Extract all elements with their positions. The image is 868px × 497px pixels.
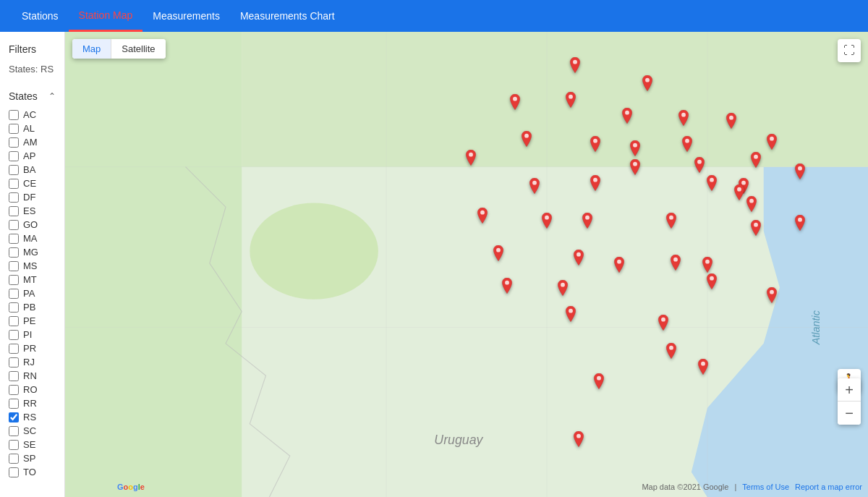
state-checkbox-ap[interactable] bbox=[9, 151, 19, 161]
state-checkbox-se[interactable] bbox=[9, 440, 19, 450]
state-checkbox-pa[interactable] bbox=[9, 289, 19, 299]
state-checkbox-ac[interactable] bbox=[9, 110, 19, 120]
zoom-in-button[interactable]: + bbox=[838, 378, 861, 402]
state-checkbox-ma[interactable] bbox=[9, 234, 19, 244]
map-pin-teutonia[interactable] bbox=[704, 175, 720, 199]
state-item-pr[interactable]: PR bbox=[6, 341, 59, 355]
map-pin-passo-fundo[interactable] bbox=[619, 108, 635, 132]
map-pin-tramandai[interactable] bbox=[792, 215, 808, 239]
map-pin-campo-bom[interactable] bbox=[744, 196, 760, 220]
state-checkbox-df[interactable] bbox=[9, 192, 19, 203]
map-pin-santiago[interactable] bbox=[527, 178, 542, 202]
state-item-ms[interactable]: MS bbox=[6, 259, 59, 273]
map-pin-venancio-sul[interactable] bbox=[668, 255, 684, 279]
map-pin-santa-maria[interactable] bbox=[579, 213, 595, 237]
state-checkbox-pe[interactable] bbox=[9, 316, 19, 326]
state-checkbox-mg[interactable] bbox=[9, 247, 19, 258]
state-item-mg[interactable]: MG bbox=[6, 245, 59, 259]
state-item-al[interactable]: AL bbox=[6, 122, 59, 135]
state-item-rn[interactable]: RN bbox=[6, 369, 59, 383]
map-pin-bage[interactable] bbox=[563, 306, 579, 330]
map-pin-dom-pedrito[interactable] bbox=[555, 280, 571, 304]
state-item-pi[interactable]: PI bbox=[6, 328, 59, 341]
nav-item-stations[interactable]: Stations bbox=[12, 0, 69, 32]
state-item-sp[interactable]: SP bbox=[6, 451, 59, 465]
map-pin-cangucu[interactable] bbox=[655, 315, 671, 339]
state-checkbox-ms[interactable] bbox=[9, 261, 19, 271]
state-checkbox-al[interactable] bbox=[9, 124, 19, 134]
states-section-toggle[interactable]: States ⌃ bbox=[6, 88, 59, 108]
map-toggle-satellite[interactable]: Satellite bbox=[111, 39, 165, 59]
terms-link[interactable]: Terms of Use bbox=[742, 483, 789, 491]
fullscreen-button[interactable]: ⛶ bbox=[838, 39, 861, 62]
state-item-df[interactable]: DF bbox=[6, 190, 59, 204]
zoom-out-button[interactable]: − bbox=[838, 402, 861, 425]
state-item-pb[interactable]: PB bbox=[6, 300, 59, 314]
map-pin-sao-gabriel[interactable] bbox=[571, 250, 587, 273]
state-item-mt[interactable]: MT bbox=[6, 273, 59, 286]
map-pin-cruz-alta[interactable] bbox=[587, 136, 603, 160]
state-checkbox-pb[interactable] bbox=[9, 302, 19, 313]
state-item-rs[interactable]: RS bbox=[6, 410, 59, 424]
map-pin-bom-jesus[interactable] bbox=[676, 110, 692, 134]
state-checkbox-rj[interactable] bbox=[9, 357, 19, 368]
map-pin-cacapava[interactable] bbox=[611, 257, 627, 281]
state-item-pa[interactable]: PA bbox=[6, 286, 59, 300]
map-pin-soledade[interactable] bbox=[627, 159, 643, 183]
state-item-ma[interactable]: MA bbox=[6, 231, 59, 245]
state-checkbox-mt[interactable] bbox=[9, 275, 19, 285]
state-item-ap[interactable]: AP bbox=[6, 149, 59, 163]
state-checkbox-rs[interactable] bbox=[9, 412, 19, 422]
state-checkbox-pi[interactable] bbox=[9, 330, 19, 340]
map-pin-sao-luiz-gonzaga[interactable] bbox=[519, 131, 535, 155]
map-pin-mostardas[interactable] bbox=[764, 287, 780, 311]
map-pin-sao-borja[interactable] bbox=[463, 150, 479, 174]
map-pin-alegrete[interactable] bbox=[475, 208, 490, 231]
state-checkbox-am[interactable] bbox=[9, 137, 19, 148]
state-item-sc[interactable]: SC bbox=[6, 424, 59, 438]
state-checkbox-sp[interactable] bbox=[9, 454, 19, 464]
state-item-pe[interactable]: PE bbox=[6, 314, 59, 328]
state-checkbox-go[interactable] bbox=[9, 220, 19, 230]
state-checkbox-ro[interactable] bbox=[9, 385, 19, 395]
map-pin-cambara-do-sul[interactable] bbox=[748, 152, 764, 176]
state-checkbox-ce[interactable] bbox=[9, 179, 19, 189]
map-pin-jaguarao[interactable] bbox=[591, 373, 607, 397]
map-pin-vicente-do-sul[interactable] bbox=[539, 213, 555, 237]
map-pin-sao-jose-dos-ausentes[interactable] bbox=[764, 134, 780, 158]
report-link[interactable]: Report a map error bbox=[795, 483, 862, 491]
state-item-ba[interactable]: BA bbox=[6, 163, 59, 177]
map-pin-irauba-das-missoes[interactable] bbox=[563, 92, 579, 116]
state-checkbox-pr[interactable] bbox=[9, 344, 19, 354]
map-pin-rio-grande[interactable] bbox=[695, 359, 711, 383]
state-checkbox-rn[interactable] bbox=[9, 371, 19, 381]
map-pin-santana-do-livramento[interactable] bbox=[499, 278, 515, 302]
map-pin-santa-rosa[interactable] bbox=[507, 94, 523, 118]
map-pin-vacaria[interactable] bbox=[723, 113, 739, 137]
map-pin-camaqua[interactable] bbox=[704, 273, 720, 297]
state-item-ro[interactable]: RO bbox=[6, 383, 59, 396]
state-item-go[interactable]: GO bbox=[6, 218, 59, 231]
state-item-ac[interactable]: AC bbox=[6, 108, 59, 122]
map-toggle-map[interactable]: Map bbox=[72, 39, 111, 59]
map-pin-rio-pardo[interactable] bbox=[663, 213, 679, 237]
state-item-se[interactable]: SE bbox=[6, 438, 59, 451]
state-checkbox-rr[interactable] bbox=[9, 399, 19, 409]
map-pin-erechim[interactable] bbox=[639, 75, 655, 99]
map-pin-torres[interactable] bbox=[792, 163, 808, 187]
state-checkbox-ba[interactable] bbox=[9, 165, 19, 175]
state-item-ce[interactable]: CE bbox=[6, 177, 59, 190]
nav-item-measurements-chart[interactable]: Measurements Chart bbox=[230, 0, 345, 32]
nav-item-measurements[interactable]: Measurements bbox=[142, 0, 230, 32]
state-checkbox-sc[interactable] bbox=[9, 426, 19, 436]
state-item-am[interactable]: AM bbox=[6, 135, 59, 149]
state-checkbox-es[interactable] bbox=[9, 206, 19, 216]
state-checkbox-to[interactable] bbox=[9, 467, 19, 477]
map-pin-quarai[interactable] bbox=[490, 245, 506, 269]
state-item-to[interactable]: TO bbox=[6, 465, 59, 479]
state-item-rj[interactable]: RJ bbox=[6, 355, 59, 369]
map-pin-capao-do-leao[interactable] bbox=[663, 343, 679, 367]
state-item-es[interactable]: ES bbox=[6, 204, 59, 218]
map-pin-tupancireta[interactable] bbox=[587, 175, 603, 199]
map-pin-santa-vitoria[interactable] bbox=[571, 431, 587, 455]
